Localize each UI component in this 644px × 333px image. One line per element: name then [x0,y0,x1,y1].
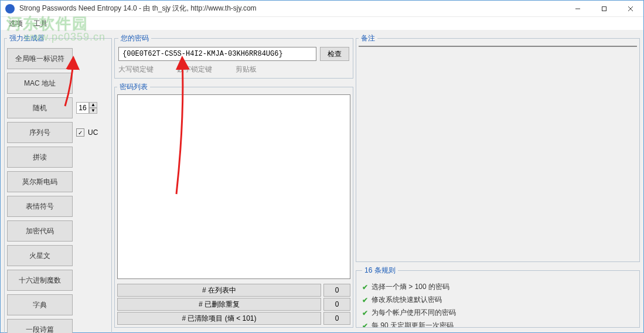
notes-group: 备注 [356,33,640,262]
menu-tools[interactable]: 工具 [31,18,50,30]
password-list-group: 密码列表 # 在列表中 0 # 已删除重复 0 # 已清除项目 (熵 < 101… [114,82,353,328]
spin-down-icon[interactable]: ▼ [89,108,97,114]
notes-legend: 备注 [359,33,377,43]
check-icon: ✔ [362,296,368,304]
maximize-button[interactable] [591,1,617,17]
password-input[interactable] [118,47,316,61]
uc-checkbox[interactable]: ✓ [76,128,84,137]
password-list[interactable] [117,94,350,279]
btn-poem[interactable]: 一段诗篇 [7,319,73,333]
btn-mac[interactable]: MAC 地址 [7,73,73,94]
generator-group: 强力生成器 全局唯一标识符 MAC 地址 随机 ▲ ▼ 序列号 ✓ [4,33,112,333]
minimize-button[interactable] [564,1,591,17]
window-title: Strong Passwords Need Entropy 14.0 - 由 t… [19,4,257,13]
middle-column: 您的密码 检查 大写锁定键 数字锁定键 剪贴板 密码列表 # 在列表中 0 [114,33,353,328]
menu-bar: 选项 工具 [1,17,643,30]
generator-legend: 强力生成器 [7,33,47,43]
in-list-label: # 在列表中 [117,284,321,297]
check-icon: ✔ [362,322,368,328]
cleared-label: # 已清除项目 (熵 < 101) [117,312,321,325]
btn-hexmagic[interactable]: 十六进制魔数 [7,270,73,291]
rule-text: 修改系统快速默认密码 [372,295,442,305]
password-legend: 您的密码 [118,33,151,43]
random-length-value[interactable] [76,102,89,114]
capslock-indicator: 大写锁定键 [118,64,154,74]
app-icon [5,4,15,13]
btn-random[interactable]: 随机 [7,97,73,118]
btn-guid[interactable]: 全局唯一标识符 [7,48,73,69]
svg-rect-1 [602,7,606,11]
btn-martian[interactable]: 火星文 [7,245,73,266]
check-button[interactable]: 检查 [320,47,349,61]
random-length-spinner[interactable]: ▲ ▼ [76,102,96,114]
rule-text: 每 90 天定期更新一次密码 [372,321,454,328]
password-group: 您的密码 检查 大写锁定键 数字锁定键 剪贴板 [114,33,353,79]
rule-item: ✔选择一个熵 > 100 的密码 [362,282,633,292]
generator-panel: 强力生成器 全局唯一标识符 MAC 地址 随机 ▲ ▼ 序列号 ✓ [4,33,112,328]
uc-label: UC [88,128,98,137]
btn-serial[interactable]: 序列号 [7,122,73,143]
close-button[interactable] [617,1,643,17]
spin-up-icon[interactable]: ▲ [89,102,97,108]
btn-dict[interactable]: 字典 [7,294,73,315]
btn-emoji[interactable]: 表情符号 [7,196,73,217]
check-icon: ✔ [362,283,368,291]
rule-text: 选择一个熵 > 100 的密码 [372,282,449,292]
title-bar: Strong Passwords Need Entropy 14.0 - 由 t… [1,1,643,17]
numlock-indicator: 数字锁定键 [177,64,212,74]
dedup-label: # 已删除重复 [117,298,321,311]
btn-cryptcode[interactable]: 加密代码 [7,220,73,242]
notes-textarea[interactable] [359,46,637,47]
clipboard-indicator: 剪贴板 [236,64,257,74]
rule-item: ✔为每个帐户使用不同的密码 [362,308,633,318]
cleared-count: 0 [323,312,350,325]
btn-pinyin[interactable]: 拼读 [7,147,73,168]
rule-item: ✔修改系统快速默认密码 [362,295,633,305]
check-icon: ✔ [362,309,368,317]
menu-options[interactable]: 选项 [6,18,25,30]
in-list-count: 0 [323,284,350,297]
rules-legend: 16 条规则 [362,266,398,276]
rule-text: 为每个帐户使用不同的密码 [372,308,456,318]
password-list-legend: 密码列表 [117,82,150,92]
rules-group: 16 条规则 ✔选择一个熵 > 100 的密码 ✔修改系统快速默认密码 ✔为每个… [356,266,640,328]
app-window: Strong Passwords Need Entropy 14.0 - 由 t… [0,0,644,333]
window-buttons [564,1,643,17]
right-column: 备注 16 条规则 ✔选择一个熵 > 100 的密码 ✔修改系统快速默认密码 ✔… [356,33,640,328]
rule-item: ✔每 90 天定期更新一次密码 [362,321,633,328]
client-area: 强力生成器 全局唯一标识符 MAC 地址 随机 ▲ ▼ 序列号 ✓ [1,30,643,332]
dedup-count: 0 [323,298,350,311]
btn-morse[interactable]: 莫尔斯电码 [7,171,73,192]
